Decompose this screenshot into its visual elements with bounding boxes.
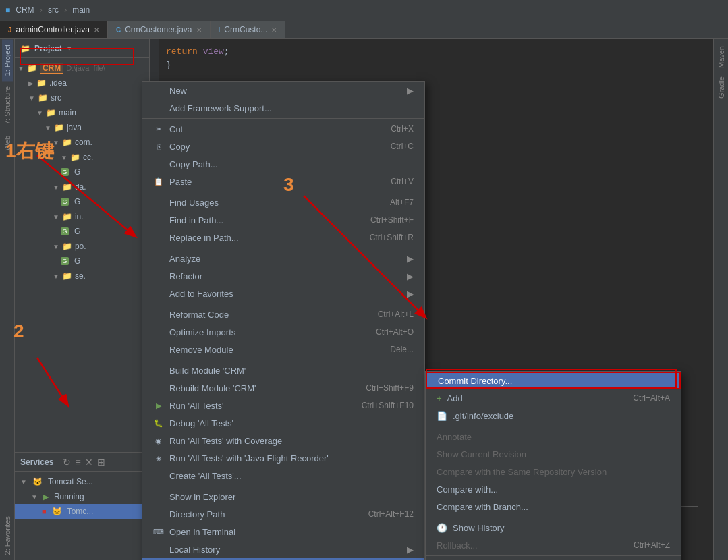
tab-crm-customer[interactable]: C CrmCustomer.java ✕ — [108, 21, 211, 38]
arrow-icon-src: ▼ — [28, 94, 35, 102]
top-bar-crm: CRM — [16, 5, 34, 15]
git-menu-item-rollback: Rollback... Ctrl+Alt+Z — [426, 536, 681, 554]
arrow-tomcat: ▼ — [20, 478, 27, 486]
menu-item-framework[interactable]: Add Framework Support... — [142, 99, 424, 117]
menu-item-find-usages[interactable]: Find Usages Alt+F7 — [142, 194, 424, 211]
tree-item-src[interactable]: ▼ 📁 src — [15, 90, 149, 105]
tab-crm-custo[interactable]: i CrmCusto... ✕ — [211, 21, 286, 38]
tab-close-0[interactable]: ✕ — [94, 26, 99, 34]
copy-icon: ⎘ — [153, 142, 164, 150]
terminal-icon: ⌨ — [153, 528, 164, 536]
tree-item-g1[interactable]: G G — [15, 165, 149, 179]
java-file-icon-g3: G — [61, 227, 69, 235]
arrow-icon-po: ▼ — [53, 243, 59, 250]
favorites-arrow: ▶ — [407, 289, 414, 299]
services-item-tomcat[interactable]: ▼ 🐱 Tomcat Se... — [15, 474, 149, 489]
sidebar-tab-project[interactable]: 1: Project — [2, 39, 13, 81]
menu-item-cut[interactable]: ✂Cut Ctrl+X — [142, 120, 424, 138]
services-btn-4[interactable]: ⊞ — [97, 457, 105, 468]
sidebar-tab-structure[interactable]: 7: Structure — [2, 81, 13, 130]
services-btn-3[interactable]: ✕ — [85, 457, 93, 468]
tree-label-in: in. — [75, 212, 84, 221]
menu-item-reformat[interactable]: Reformat Code Ctrl+Alt+L — [142, 306, 424, 323]
menu-item-find-in-path[interactable]: Find in Path... Ctrl+Shift+F — [142, 211, 424, 229]
services-item-tomcat-sub[interactable]: ■ 🐱 Tomc... — [15, 504, 149, 519]
sidebar-header: 📁 Project ▼ — [15, 39, 149, 58]
folder-icon-cc: 📁 — [70, 152, 80, 162]
right-tab-gradle[interactable]: Gradle — [716, 72, 727, 103]
tree-item-crm[interactable]: ▼ 📁 CRM D:\java_file\ — [15, 61, 149, 76]
java-file-icon-g1: G — [61, 168, 69, 176]
tab-close-2[interactable]: ✕ — [271, 26, 277, 34]
git-menu-item-compare-with[interactable]: Compare with... — [426, 480, 681, 498]
git-menu-item-add[interactable]: + Add Ctrl+Alt+A — [426, 389, 681, 407]
tree-item-java[interactable]: ▼ 📁 java — [15, 120, 149, 135]
tomcat-icon: 🐱 — [32, 477, 43, 486]
menu-item-new[interactable]: New ▶ — [142, 82, 424, 99]
tomcat-sub-icon: 🐱 — [52, 507, 62, 516]
menu-sep-1 — [142, 118, 424, 119]
right-sidebar: Maven Gradle — [713, 39, 728, 560]
git-menu-item-repository[interactable]: Repository ▶ — [426, 557, 681, 560]
menu-item-create-tests[interactable]: Create 'All Tests'... — [142, 467, 424, 484]
annotation-1: 1右键 — [5, 138, 54, 164]
crm-folder-icon: 📁 — [27, 63, 37, 73]
menu-sep-5 — [142, 360, 424, 360]
folder-icon-com: 📁 — [62, 138, 72, 147]
tree-item-main[interactable]: ▼ 📁 main — [15, 105, 149, 120]
menu-item-remove-module[interactable]: Remove Module Dele... — [142, 341, 424, 358]
tab-close-1[interactable]: ✕ — [196, 26, 202, 34]
crm-path: D:\java_file\ — [66, 64, 105, 72]
running-label: Running — [54, 492, 84, 501]
tree-label-com: com. — [75, 138, 92, 147]
folder-icon-po: 📁 — [62, 242, 72, 251]
tree-item-da[interactable]: ▼ 📁 da. — [15, 179, 149, 194]
git-menu-item-git-info[interactable]: 📄 .git/info/exclude — [426, 407, 681, 424]
new-arrow: ▶ — [407, 86, 414, 96]
menu-item-directory-path[interactable]: Directory Path Ctrl+Alt+F12 — [142, 505, 424, 523]
menu-item-copy[interactable]: ⎘Copy Ctrl+C — [142, 138, 424, 155]
menu-item-coverage[interactable]: ◉Run 'All Tests' with Coverage — [142, 432, 424, 449]
debug-icon: 🐛 — [153, 419, 164, 428]
services-btn-1[interactable]: ↻ — [63, 457, 71, 468]
menu-item-local-history[interactable]: Local History ▶ — [142, 540, 424, 558]
right-tab-maven[interactable]: Maven — [716, 42, 727, 72]
menu-item-jfr[interactable]: ◈Run 'All Tests' with 'Java Flight Recor… — [142, 449, 424, 467]
menu-item-rebuild-module[interactable]: Rebuild Module 'CRM' Ctrl+Shift+F9 — [142, 379, 424, 397]
git-menu-item-show-history[interactable]: 🕐 Show History — [426, 519, 681, 536]
tree-item-in[interactable]: ▼ 📁 in. — [15, 209, 149, 224]
services-btn-2[interactable]: ≡ — [75, 457, 80, 468]
menu-item-debug-tests[interactable]: 🐛Debug 'All Tests' — [142, 414, 424, 432]
sidebar-tab-favorites[interactable]: 2: Favorites — [2, 511, 13, 560]
arrow-icon-da: ▼ — [53, 184, 59, 191]
menu-sep-6 — [142, 486, 424, 486]
tree-item-g3[interactable]: G G — [15, 224, 149, 239]
top-bar-main: main — [72, 5, 90, 15]
git-menu-item-compare-branch[interactable]: Compare with Branch... — [426, 498, 681, 515]
tab-label-1: CrmCustomer.java — [125, 25, 192, 34]
services-item-running[interactable]: ▼ ▶ Running — [15, 489, 149, 504]
java-file-icon: J — [8, 26, 12, 34]
sidebar-dropdown-arrow[interactable]: ▼ — [66, 45, 73, 52]
tree-item-idea[interactable]: ▶ 📁 .idea — [15, 76, 149, 90]
menu-item-show-explorer[interactable]: Show in Explorer — [142, 488, 424, 505]
menu-item-optimize-imports[interactable]: Optimize Imports Ctrl+Alt+O — [142, 323, 424, 341]
tab-admin-controller[interactable]: J adminController.java ✕ — [0, 21, 108, 38]
crm-icon: ■ — [5, 5, 10, 15]
menu-item-run-tests[interactable]: ▶Run 'All Tests' Ctrl+Shift+F10 — [142, 397, 424, 414]
menu-item-copy-path[interactable]: Copy Path... — [142, 155, 424, 173]
project-sidebar: 📁 Project ▼ ▼ 📁 CRM D:\java_file\ ▶ 📁 .i… — [15, 39, 150, 560]
menu-item-open-terminal[interactable]: ⌨Open in Terminal — [142, 523, 424, 540]
menu-item-refactor[interactable]: Refactor ▶ — [142, 267, 424, 285]
tree-item-g4[interactable]: G G — [15, 254, 149, 269]
menu-item-replace-in-path[interactable]: Replace in Path... Ctrl+Shift+R — [142, 229, 424, 246]
menu-item-analyze[interactable]: Analyze ▶ — [142, 250, 424, 267]
sidebar-title: Project — [34, 44, 62, 53]
menu-item-build-module[interactable]: Build Module 'CRM' — [142, 362, 424, 379]
context-menu: New ▶ Add Framework Support... ✂Cut Ctrl… — [142, 81, 425, 560]
tree-item-g2[interactable]: G G — [15, 194, 149, 209]
tree-item-po[interactable]: ▼ 📁 po. — [15, 239, 149, 254]
menu-item-add-favorites[interactable]: Add to Favorites ▶ — [142, 285, 424, 302]
tree-item-se[interactable]: ▼ 📁 se. — [15, 269, 149, 283]
git-menu-item-commit[interactable]: Commit Directory... — [426, 372, 681, 389]
